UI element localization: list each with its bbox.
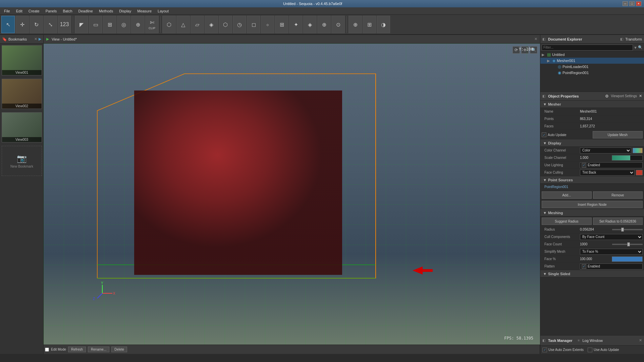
toolbar-rotate[interactable]: ↻ bbox=[30, 16, 43, 33]
scale-channel-row: Scale Channel 1.000 bbox=[540, 154, 644, 162]
toolbar-t5[interactable]: ⬡ bbox=[219, 16, 232, 33]
simplify-mesh-select[interactable]: To Face % bbox=[580, 249, 643, 255]
suggest-radius-button[interactable]: Suggest Radius bbox=[542, 218, 592, 225]
delete-button[interactable]: Delete bbox=[111, 347, 127, 352]
toolbar-scale[interactable]: ⤡ bbox=[44, 16, 57, 33]
toolbar-t7[interactable]: ◻ bbox=[247, 16, 260, 33]
expand-untitled[interactable]: ▶ bbox=[542, 53, 546, 57]
tree-item-pointloader001[interactable]: ▷ ◎ PointLoader001 bbox=[540, 64, 644, 70]
toolbar-t4[interactable]: ◈ bbox=[205, 16, 218, 33]
toolbar-circle[interactable]: ◎ bbox=[117, 16, 130, 33]
bookmarks-close-icon[interactable]: ✕ bbox=[34, 37, 37, 41]
radius-slider-thumb[interactable] bbox=[621, 228, 624, 232]
meshing-section-header[interactable]: ▼ Meshing bbox=[540, 209, 644, 217]
doc-explorer-title[interactable]: Document Explorer bbox=[548, 37, 582, 41]
minimize-button[interactable]: ─ bbox=[623, 1, 628, 6]
toolbar-t9[interactable]: ⊞ bbox=[275, 16, 288, 33]
toolbar-box[interactable]: ▭ bbox=[89, 16, 102, 33]
maximize-button[interactable]: □ bbox=[629, 1, 635, 6]
face-culling-color-swatch[interactable] bbox=[636, 170, 643, 175]
clip-icon: ✄ bbox=[150, 19, 154, 26]
log-window-label[interactable]: Log Window bbox=[582, 339, 603, 343]
toolbar-select2[interactable]: ◤ bbox=[75, 16, 88, 33]
color-channel-swatch[interactable] bbox=[633, 148, 643, 153]
bookmark-view003[interactable]: View003 bbox=[2, 112, 42, 142]
menu-batch[interactable]: Batch bbox=[60, 8, 75, 14]
insert-region-button[interactable]: Insert Region Node bbox=[542, 201, 643, 208]
menu-display[interactable]: Display bbox=[116, 8, 134, 14]
toolbar-clip[interactable]: ✄ CLIP bbox=[145, 16, 159, 33]
flatten-checkbox[interactable]: ✓ bbox=[582, 264, 586, 269]
single-sided-section-header[interactable]: ▼ Single Sided bbox=[540, 270, 644, 278]
face-count-slider-thumb[interactable] bbox=[627, 242, 630, 246]
toolbar-nav2[interactable]: ⊞ bbox=[363, 16, 376, 33]
auto-update-checkbox[interactable]: ✓ bbox=[542, 132, 546, 137]
bookmark-view001[interactable]: View001 bbox=[2, 45, 42, 75]
toolbar-t10[interactable]: ✦ bbox=[289, 16, 303, 33]
toolbar-t1[interactable]: ⬡ bbox=[162, 16, 176, 33]
scale-channel-bar[interactable] bbox=[612, 155, 643, 161]
toolbar-grid[interactable]: ⊞ bbox=[103, 16, 116, 33]
tree-item-untitled[interactable]: ▶ ▤ Untitled bbox=[540, 52, 644, 58]
toolbar-123[interactable]: 123 bbox=[58, 16, 71, 33]
toolbar-t6[interactable]: ◷ bbox=[233, 16, 246, 33]
face-percent-bar[interactable] bbox=[612, 256, 643, 262]
toolbar-t2[interactable]: △ bbox=[176, 16, 190, 33]
tree-item-pointregion001[interactable]: ▷ ◉ PointRegion001 bbox=[540, 70, 644, 76]
color-channel-select[interactable]: Color bbox=[580, 147, 631, 154]
toolbar-nav3[interactable]: ◑ bbox=[377, 16, 390, 33]
toolbar-t3[interactable]: ▱ bbox=[191, 16, 204, 33]
use-lighting-checkbox[interactable]: ✓ bbox=[582, 163, 586, 168]
edit-mode-checkbox[interactable] bbox=[45, 348, 49, 352]
menu-panels[interactable]: Panels bbox=[43, 8, 60, 14]
toolbar-brush[interactable]: ⊕ bbox=[131, 16, 145, 33]
toolbar-select[interactable]: ↖ bbox=[1, 16, 15, 33]
obj-props-gear-icon[interactable]: ⚙ bbox=[605, 94, 609, 99]
expand-mesher001[interactable]: ▶ bbox=[547, 59, 551, 63]
rename-button[interactable]: Rename... bbox=[88, 347, 109, 352]
toolbar-move[interactable]: ✛ bbox=[15, 16, 29, 33]
task-bar-close-icon[interactable]: ✕ bbox=[639, 338, 642, 343]
toolbar-t12[interactable]: ⊕ bbox=[317, 16, 331, 33]
remove-button[interactable]: Remove bbox=[593, 191, 643, 199]
menu-methods[interactable]: Methods bbox=[96, 8, 116, 14]
bookmarks-play-icon[interactable]: ▶ bbox=[39, 37, 41, 41]
point-sources-section-header[interactable]: ▼ Point Sources bbox=[540, 176, 644, 184]
toolbar-t13[interactable]: ⊙ bbox=[331, 16, 345, 33]
radius-slider-track[interactable] bbox=[612, 229, 643, 230]
bookmark-view002[interactable]: View002 bbox=[2, 79, 42, 109]
viewport-settings-label[interactable]: Viewport Settings bbox=[611, 94, 637, 98]
auto-update-taskbar-checkbox[interactable] bbox=[588, 348, 592, 352]
menu-create[interactable]: Create bbox=[26, 8, 42, 14]
mesher-section-header[interactable]: ▼ Mesher bbox=[540, 101, 644, 108]
new-bookmark-btn[interactable]: 📷 New Bookmark bbox=[2, 146, 42, 176]
face-count-slider-track[interactable] bbox=[612, 244, 643, 245]
display-section-header[interactable]: ▼ Display bbox=[540, 139, 644, 147]
face-culling-select[interactable]: Tint Back bbox=[580, 170, 635, 176]
viewport-close-icon[interactable]: ✕ bbox=[534, 37, 537, 41]
auto-update-row: Use Auto Update bbox=[588, 348, 619, 352]
toolbar-nav1[interactable]: ⊕ bbox=[348, 16, 362, 33]
task-manager-label[interactable]: Task Manager bbox=[548, 339, 573, 343]
cull-components-select[interactable]: By Face Count bbox=[580, 234, 643, 240]
toolbar-t11[interactable]: ◈ bbox=[303, 16, 317, 33]
filter-input[interactable] bbox=[542, 45, 633, 51]
add-button[interactable]: Add... bbox=[542, 191, 592, 199]
transform-label[interactable]: Transform bbox=[625, 37, 642, 41]
toolbar-t8[interactable]: ⬦ bbox=[261, 16, 274, 33]
t7-icon: ◻ bbox=[252, 21, 256, 28]
viewport-canvas[interactable]: ⟳ ✛ 🔍 bbox=[44, 44, 540, 345]
menu-layout[interactable]: Layout bbox=[155, 8, 171, 14]
obj-props-title[interactable]: Object Properties bbox=[548, 94, 579, 98]
auto-zoom-checkbox[interactable]: ✓ bbox=[542, 348, 547, 352]
obj-props-close-icon[interactable]: ✕ bbox=[639, 94, 642, 98]
menu-edit[interactable]: Edit bbox=[13, 8, 25, 14]
close-button[interactable]: ✕ bbox=[636, 1, 641, 6]
menu-measure[interactable]: Measure bbox=[135, 8, 154, 14]
set-radius-button[interactable]: Set Radius to 0.0562836 bbox=[593, 218, 643, 225]
menu-deadline[interactable]: Deadline bbox=[76, 8, 96, 14]
refresh-button[interactable]: Refresh bbox=[68, 347, 86, 352]
menu-file[interactable]: File bbox=[1, 8, 13, 14]
tree-item-mesher001[interactable]: ▶ ◈ Mesher001 bbox=[540, 58, 644, 64]
update-mesh-button[interactable]: Update Mesh bbox=[593, 131, 643, 138]
